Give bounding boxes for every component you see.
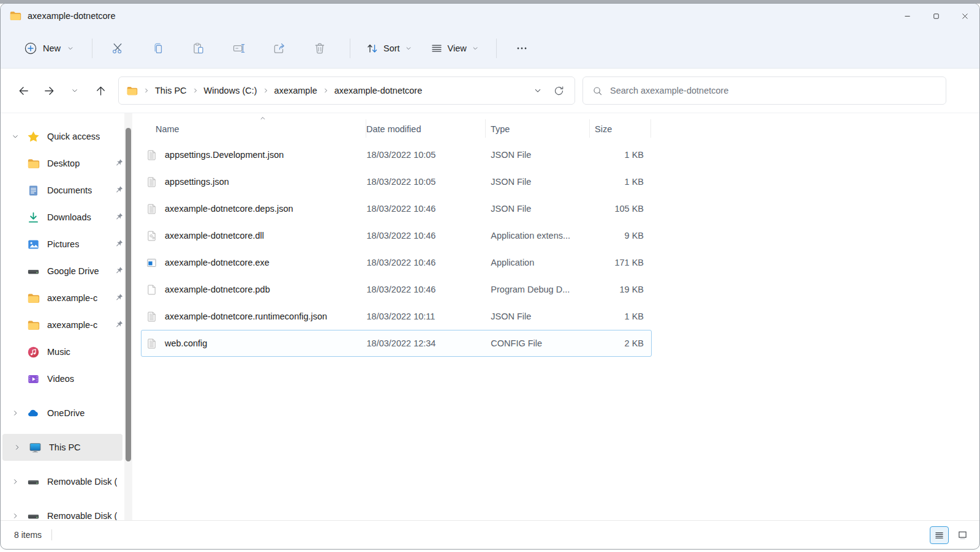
column-header-type[interactable]: Type	[486, 124, 590, 141]
music-icon	[27, 346, 40, 359]
close-button[interactable]	[951, 4, 979, 28]
file-size-cell: 1 KB	[590, 150, 651, 160]
pin-icon	[113, 266, 124, 277]
file-size-cell: 2 KB	[590, 338, 651, 348]
back-button[interactable]	[13, 80, 34, 101]
drive-icon	[27, 476, 40, 488]
cut-icon	[111, 42, 124, 55]
file-row[interactable]: axexample-dotnetcore.pdb18/03/2022 10:46…	[141, 276, 652, 303]
file-size-cell: 1 KB	[590, 177, 651, 187]
see-more-button[interactable]	[507, 35, 537, 62]
file-type-cell: JSON File	[486, 311, 590, 321]
pin-icon	[113, 185, 124, 196]
folder-icon	[9, 10, 21, 22]
details-view-icon	[933, 529, 945, 541]
breadcrumb-segment-axexample[interactable]: axexample	[274, 86, 317, 95]
new-button[interactable]: New	[17, 37, 82, 60]
cut-button[interactable]	[103, 35, 132, 62]
file-explorer-window: axexample-dotnetcore New Sort View	[0, 3, 980, 550]
file-row[interactable]: web.config18/03/2022 12:34CONFIG File2 K…	[141, 330, 652, 357]
view-lines-icon	[430, 42, 443, 55]
folder-icon	[27, 319, 40, 332]
search-input[interactable]	[610, 86, 937, 95]
column-header-size[interactable]: Size	[590, 124, 651, 141]
file-name-cell: axexample-dotnetcore.pdb	[141, 284, 367, 296]
file-name: appsettings.Development.json	[165, 150, 284, 160]
copy-button[interactable]	[143, 35, 173, 62]
folder-icon	[126, 85, 138, 97]
sidebar-item-removable-disk[interactable]: Removable Disk (	[1, 468, 124, 495]
file-type-cell: Program Debug D...	[486, 285, 590, 294]
sort-button[interactable]: Sort	[359, 37, 420, 60]
chevron-right-icon	[191, 86, 200, 95]
minimize-button[interactable]	[893, 4, 922, 28]
video-icon	[27, 373, 40, 386]
file-type-cell: JSON File	[486, 150, 590, 160]
sidebar-item-onedrive[interactable]: OneDrive	[1, 400, 124, 427]
column-header-name[interactable]: Name	[141, 124, 366, 141]
breadcrumb-segment-windows-c[interactable]: Windows (C:)	[204, 86, 257, 95]
sidebar-item-label: Removable Disk (	[47, 511, 117, 520]
refresh-icon[interactable]	[553, 85, 565, 97]
forward-button[interactable]	[39, 80, 59, 101]
file-rows: appsettings.Development.json18/03/2022 1…	[141, 141, 652, 357]
sidebar-item-quick-access[interactable]: Quick access	[1, 123, 124, 150]
file-name: axexample-dotnetcore.exe	[165, 258, 270, 267]
sidebar-item-removable-disk[interactable]: Removable Disk (	[1, 502, 124, 520]
column-headers: Name Date modified Type Size	[141, 113, 979, 141]
sidebar-item-music[interactable]: Music	[1, 338, 124, 365]
thumbnail-view-button[interactable]	[953, 526, 972, 544]
sidebar-item-label: This PC	[49, 442, 81, 452]
sidebar-item-label: Documents	[47, 185, 92, 195]
file-row[interactable]: appsettings.Development.json18/03/2022 1…	[141, 141, 652, 168]
address-bar[interactable]: This PCWindows (C:)axexampleaxexample-do…	[118, 76, 575, 105]
drive-icon	[27, 510, 40, 521]
sidebar-item-documents[interactable]: Documents	[1, 177, 124, 204]
column-header-date-modified[interactable]: Date modified	[366, 124, 486, 141]
file-row[interactable]: axexample-dotnetcore.deps.json18/03/2022…	[141, 195, 652, 222]
status-bar-divider	[51, 529, 52, 540]
address-dropdown-icon[interactable]	[532, 85, 543, 96]
delete-button[interactable]	[305, 35, 334, 62]
up-button[interactable]	[90, 80, 111, 101]
chevron-right-icon	[322, 86, 330, 95]
file-size-cell: 105 KB	[590, 204, 651, 214]
recent-locations-button[interactable]	[64, 80, 85, 101]
view-button[interactable]: View	[423, 37, 486, 60]
rename-button[interactable]	[224, 35, 254, 62]
title-bar[interactable]: axexample-dotnetcore	[1, 4, 979, 28]
sidebar-item-pictures[interactable]: Pictures	[1, 231, 124, 258]
breadcrumb-segment-axexample-dotnetcore[interactable]: axexample-dotnetcore	[334, 86, 422, 95]
chevron-right-icon	[142, 86, 151, 95]
file-date-cell: 18/03/2022 12:34	[367, 338, 486, 348]
share-button[interactable]	[265, 35, 294, 62]
paste-button[interactable]	[184, 35, 213, 62]
sidebar-item-google-drive[interactable]: Google Drive	[1, 258, 124, 285]
sidebar-item-downloads[interactable]: Downloads	[1, 204, 124, 231]
file-row[interactable]: appsettings.json18/03/2022 10:05JSON Fil…	[141, 168, 652, 195]
file-row[interactable]: axexample-dotnetcore.runtimeconfig.json1…	[141, 303, 652, 330]
sidebar-item-label: Desktop	[47, 159, 80, 168]
file-lines-icon	[146, 176, 157, 188]
sidebar-item-desktop[interactable]: Desktop	[1, 150, 124, 177]
quick-access-section: Quick accessDesktopDocumentsDownloadsPic…	[1, 123, 124, 392]
search-box[interactable]	[582, 76, 946, 105]
sidebar-item-axexample-c[interactable]: axexample-c	[1, 311, 124, 338]
file-row[interactable]: axexample-dotnetcore.dll18/03/2022 10:46…	[141, 222, 652, 249]
copy-icon	[151, 42, 165, 55]
file-lines-icon	[146, 203, 157, 215]
details-view-button[interactable]	[930, 526, 949, 544]
sidebar-item-this-pc[interactable]: This PC	[2, 434, 123, 461]
sidebar-item-axexample-c[interactable]: axexample-c	[1, 285, 124, 311]
file-type-cell: Application extens...	[486, 231, 590, 241]
maximize-button[interactable]	[922, 4, 951, 28]
file-name-cell: web.config	[141, 338, 367, 349]
breadcrumb-segment-this-pc[interactable]: This PC	[155, 86, 187, 95]
sidebar-item-videos[interactable]: Videos	[1, 365, 124, 392]
scrollbar-thumb[interactable]	[126, 128, 131, 461]
file-row[interactable]: axexample-dotnetcore.exe18/03/2022 10:46…	[141, 249, 652, 276]
onedrive-icon	[27, 407, 40, 420]
thispc-icon	[29, 441, 42, 454]
sidebar-scrollbar[interactable]	[124, 113, 132, 520]
chevron-down-icon	[471, 44, 480, 53]
